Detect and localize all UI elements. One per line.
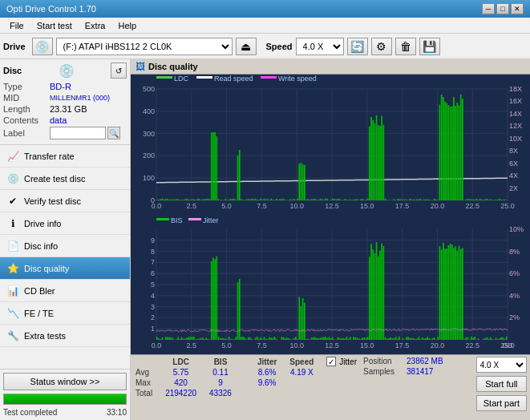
label-icon-btn[interactable]: 🔍 bbox=[107, 127, 120, 139]
nav-verify-test-disc[interactable]: ✔ Verify test disc bbox=[0, 190, 130, 212]
type-label: Type bbox=[3, 82, 50, 91]
maximize-button[interactable]: □ bbox=[496, 3, 509, 14]
position-label: Position bbox=[363, 357, 403, 365]
speed-select[interactable]: 4.0 X bbox=[296, 38, 344, 55]
disc-length-value: 23.31 GB bbox=[50, 104, 87, 114]
nav-transfer-rate-label: Transfer rate bbox=[24, 151, 75, 161]
stats-max-ldc: 420 bbox=[159, 378, 203, 388]
stats-total-bis: 43326 bbox=[203, 388, 238, 398]
menu-file[interactable]: File bbox=[3, 19, 30, 32]
chart1-container bbox=[131, 75, 530, 215]
jitter-section: ✓ Jitter bbox=[326, 357, 357, 366]
window-controls: ─ □ ✕ bbox=[482, 3, 524, 14]
status-time: 33:10 bbox=[107, 408, 127, 417]
nav-fe-te-label: FE / TE bbox=[24, 309, 54, 318]
nav-disc-info-label: Disc info bbox=[24, 241, 58, 251]
transfer-rate-icon: 📈 bbox=[6, 150, 19, 163]
stats-avg-speed: 4.19 X bbox=[283, 367, 320, 378]
eject-button[interactable]: ⏏ bbox=[236, 38, 257, 55]
status-text: Test completed bbox=[3, 408, 57, 417]
toolbar: Drive 💿 (F:) ATAPI iHBS112 2 CL0K ⏏ Spee… bbox=[0, 34, 530, 59]
disc-icon: 💿 bbox=[59, 63, 75, 79]
buttons-section: 4.0 X Start full Start part bbox=[476, 357, 527, 411]
label-input[interactable] bbox=[50, 127, 106, 139]
stats-header-ldc: LDC bbox=[159, 357, 203, 367]
status-window-button[interactable]: Status window >> bbox=[3, 373, 127, 390]
stats-header-bis: BIS bbox=[203, 357, 238, 367]
stats-total-label: Total bbox=[134, 388, 159, 398]
nav-disc-quality-label: Disc quality bbox=[24, 264, 69, 273]
nav-cd-bler[interactable]: 📊 CD Bler bbox=[0, 280, 130, 302]
disc-quality-header: 🖼 Disc quality bbox=[131, 59, 530, 75]
stats-header-speed: Speed bbox=[283, 357, 320, 367]
samples-value: 381417 bbox=[407, 367, 433, 376]
mid-label: MID bbox=[3, 93, 50, 103]
nav-verify-test-disc-label: Verify test disc bbox=[24, 196, 81, 206]
start-full-button[interactable]: Start full bbox=[476, 376, 527, 392]
contents-label: Contents bbox=[3, 115, 50, 125]
nav-drive-info-label: Drive info bbox=[24, 219, 61, 228]
drive-icon-btn[interactable]: 💿 bbox=[32, 38, 53, 55]
stats-avg-label: Avg bbox=[134, 367, 159, 378]
speed-dropdown[interactable]: 4.0 X bbox=[476, 357, 527, 373]
nav-drive-info[interactable]: ℹ Drive info bbox=[0, 212, 130, 235]
close-button[interactable]: ✕ bbox=[511, 3, 524, 14]
quality-header-icon: 🖼 bbox=[136, 61, 145, 72]
jitter-checkbox[interactable]: ✓ bbox=[326, 357, 336, 366]
jitter-label: Jitter bbox=[339, 357, 357, 366]
nav-disc-quality[interactable]: ⭐ Disc quality bbox=[0, 257, 130, 280]
menu-extra[interactable]: Extra bbox=[79, 19, 112, 32]
nav-items: 📈 Transfer rate 💿 Create test disc ✔ Ver… bbox=[0, 145, 130, 369]
nav-fe-te[interactable]: 📉 FE / TE bbox=[0, 302, 130, 325]
stats-table: LDC BIS Jitter Speed Avg 5.75 0.11 8.6% … bbox=[134, 357, 320, 398]
save-button[interactable]: 💾 bbox=[419, 38, 440, 55]
disc-type-value: BD-R bbox=[50, 82, 71, 91]
stats-header-empty bbox=[134, 357, 159, 367]
stats-header-jitter-spacer bbox=[238, 357, 251, 367]
nav-cd-bler-label: CD Bler bbox=[24, 286, 55, 296]
charts-area bbox=[131, 75, 530, 354]
progress-bar bbox=[3, 394, 127, 405]
refresh-button[interactable]: 🔄 bbox=[347, 38, 368, 55]
erase-button[interactable]: 🗑 bbox=[395, 38, 416, 55]
nav-extra-tests-label: Extra tests bbox=[24, 331, 66, 341]
menu-start-test[interactable]: Start test bbox=[30, 19, 79, 32]
nav-extra-tests[interactable]: 🔧 Extra tests bbox=[0, 325, 130, 347]
samples-label: Samples bbox=[363, 367, 403, 376]
extra-tests-icon: 🔧 bbox=[6, 329, 19, 342]
progress-fill bbox=[4, 394, 126, 404]
right-panel: 🖼 Disc quality LDC BIS bbox=[131, 59, 530, 420]
label-label: Label bbox=[3, 128, 50, 138]
nav-transfer-rate[interactable]: 📈 Transfer rate bbox=[0, 145, 130, 168]
nav-create-test-disc[interactable]: 💿 Create test disc bbox=[0, 168, 130, 190]
start-part-button[interactable]: Start part bbox=[476, 395, 527, 411]
disc-refresh-btn[interactable]: ↺ bbox=[111, 63, 127, 79]
position-value: 23862 MB bbox=[407, 357, 443, 365]
menu-bar: File Start test Extra Help bbox=[0, 18, 530, 34]
stats-avg-bis: 0.11 bbox=[203, 367, 238, 378]
stats-avg-jitter: 8.6% bbox=[251, 367, 283, 378]
verify-test-disc-icon: ✔ bbox=[6, 195, 19, 208]
fe-te-icon: 📉 bbox=[6, 307, 19, 320]
main-content: Disc 💿 ↺ Type BD-R MID MILLENMR1 (000) L… bbox=[0, 59, 530, 420]
speed-label: Speed bbox=[266, 42, 293, 51]
stats-total-ldc: 2194220 bbox=[159, 388, 203, 398]
stats-max-jitter: 9.6% bbox=[251, 378, 283, 388]
chart2-container bbox=[131, 215, 530, 354]
disc-section: Disc 💿 ↺ Type BD-R MID MILLENMR1 (000) L… bbox=[0, 59, 130, 145]
ldc-chart bbox=[131, 75, 530, 215]
status-section: Status window >> Test completed 33:10 bbox=[0, 369, 130, 420]
disc-quality-icon: ⭐ bbox=[6, 262, 19, 275]
menu-help[interactable]: Help bbox=[111, 19, 143, 32]
stats-bar: LDC BIS Jitter Speed Avg 5.75 0.11 8.6% … bbox=[131, 354, 530, 420]
minimize-button[interactable]: ─ bbox=[482, 3, 495, 14]
title-bar: Opti Drive Control 1.70 ─ □ ✕ bbox=[0, 0, 530, 18]
app-title: Opti Drive Control 1.70 bbox=[6, 4, 96, 14]
left-panel: Disc 💿 ↺ Type BD-R MID MILLENMR1 (000) L… bbox=[0, 59, 131, 420]
cd-bler-icon: 📊 bbox=[6, 285, 19, 297]
stats-max-label: Max bbox=[134, 378, 159, 388]
settings-button[interactable]: ⚙ bbox=[371, 38, 392, 55]
drive-select[interactable]: (F:) ATAPI iHBS112 2 CL0K bbox=[56, 38, 233, 55]
length-label: Length bbox=[3, 104, 50, 114]
nav-disc-info[interactable]: 📄 Disc info bbox=[0, 235, 130, 257]
